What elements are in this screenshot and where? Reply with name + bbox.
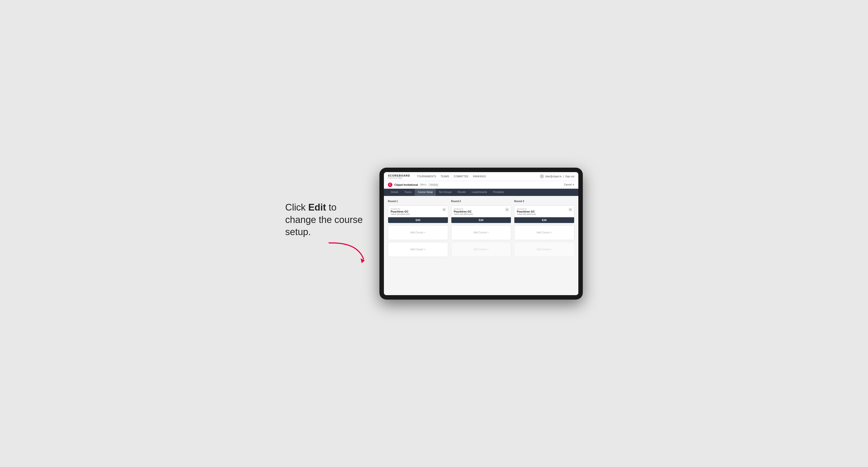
round-3-course-name: Peachtree GC (517, 210, 571, 213)
round-3-course-header: (Course A) Peachtree GC Yellow (M) (6629… (514, 206, 574, 217)
page-wrapper: Click Edit to change the course setup. S… (260, 168, 608, 300)
user-avatar (540, 174, 544, 178)
tournament-name: Clippd Invitational (394, 183, 418, 186)
round-1-course-header: (Course A) Peachtree GC Yellow (M) (6629… (388, 206, 448, 217)
round-3-add-course-label-1: Add Course + (537, 231, 552, 234)
user-email: blair@clippd.io (545, 175, 562, 178)
hosting-badge: Hosting (428, 183, 439, 187)
tab-details[interactable]: Details (388, 189, 402, 196)
round-1-course-card: (Course A) Peachtree GC Yellow (M) (6629… (388, 206, 448, 223)
round-1-add-course-1[interactable]: Add Course + (388, 225, 448, 240)
round-2-title: Round 2 (451, 200, 512, 203)
round-3-column: Round 3 (Course A) Peachtree GC Yellow (… (514, 200, 575, 257)
round-2-course-header: (Course A) Peachtree GC Yellow (M) (6629… (452, 206, 511, 217)
round-1-course-details: Yellow (M) (6629 yds) (391, 213, 445, 215)
round-1-add-course-2[interactable]: Add Course + (388, 242, 448, 257)
tournament-gender: (Men) (420, 183, 426, 186)
round-2-course-details: Yellow (M) (6629 yds) (454, 213, 509, 215)
nav-tournaments[interactable]: TOURNAMENTS (417, 175, 436, 178)
round-3-title: Round 3 (514, 200, 575, 203)
round-3-delete-button[interactable]: ⊠ (569, 208, 572, 211)
arrow-icon (325, 241, 370, 266)
round-2-add-course-2: Add Course + (451, 242, 512, 257)
tab-printables[interactable]: Printables (490, 189, 507, 196)
round-1-course-name: Peachtree GC (391, 210, 445, 213)
round-2-course-card: (Course A) Peachtree GC Yellow (M) (6629… (451, 206, 512, 223)
round-3-add-course-label-2: Add Course + (537, 248, 552, 251)
round-2-column: Round 2 (Course A) Peachtree GC Yellow (… (451, 200, 512, 257)
main-content: Round 1 (Course A) Peachtree GC Yellow (… (384, 196, 578, 295)
top-nav: SCOREBOARD Powered by clippd TOURNAMENTS… (384, 172, 578, 181)
clippd-logo: C (388, 183, 392, 187)
round-1-add-course-label-2: Add Course + (410, 248, 426, 251)
tab-teams[interactable]: Teams (402, 189, 415, 196)
logo-area: SCOREBOARD Powered by clippd (388, 174, 410, 179)
tab-tee-groups[interactable]: Tee Groups (436, 189, 455, 196)
round-2-add-course-1[interactable]: Add Course + (451, 225, 512, 240)
tab-leaderboards[interactable]: Leaderboards (469, 189, 490, 196)
sub-header: C Clippd Invitational (Men) Hosting Canc… (384, 181, 578, 189)
round-2-course-label: (Course A) (454, 208, 509, 210)
round-1-course-label: (Course A) (391, 208, 445, 210)
nav-teams[interactable]: TEAMS (441, 175, 449, 178)
round-1-add-course-label-1: Add Course + (410, 231, 426, 234)
nav-rankings[interactable]: RANKINGS (473, 175, 486, 178)
round-3-course-details: Yellow (M) (6629 yds) (517, 213, 571, 215)
round-1-column: Round 1 (Course A) Peachtree GC Yellow (… (388, 200, 448, 257)
tournament-info: C Clippd Invitational (Men) Hosting (388, 183, 439, 187)
round-2-add-course-label-1: Add Course + (473, 231, 489, 234)
round-1-edit-button[interactable]: Edit (388, 217, 448, 223)
sign-out-link[interactable]: Sign out (565, 175, 575, 178)
nav-committee[interactable]: COMMITTEE (454, 175, 468, 178)
logo-sub: Powered by clippd (388, 177, 410, 179)
nav-separator: | (563, 175, 564, 178)
round-3-edit-button[interactable]: Edit (514, 217, 574, 223)
tab-bar: Details Teams Course Setup Tee Groups Re… (384, 189, 578, 196)
round-3-course-card: (Course A) Peachtree GC Yellow (M) (6629… (514, 206, 575, 223)
round-1-title: Round 1 (388, 200, 448, 203)
tablet-screen: SCOREBOARD Powered by clippd TOURNAMENTS… (384, 172, 578, 295)
round-3-add-course-2: Add Course + (514, 242, 575, 257)
tab-results[interactable]: Results (455, 189, 469, 196)
round-2-add-course-label-2: Add Course + (473, 248, 489, 251)
round-3-course-label: (Course A) (517, 208, 571, 210)
cancel-button[interactable]: Cancel ✕ (564, 183, 575, 186)
logo-brand: SCOREBOARD (388, 174, 410, 177)
tab-course-setup[interactable]: Course Setup (415, 189, 436, 196)
round-2-course-name: Peachtree GC (454, 210, 509, 213)
nav-right: blair@clippd.io | Sign out (540, 174, 575, 178)
instruction-section: Click Edit to change the course setup. (285, 201, 370, 266)
rounds-container: Round 1 (Course A) Peachtree GC Yellow (… (388, 200, 575, 257)
round-2-delete-button[interactable]: ⊠ (505, 208, 509, 211)
round-1-delete-button[interactable]: ⊠ (442, 208, 446, 211)
tablet: SCOREBOARD Powered by clippd TOURNAMENTS… (379, 168, 583, 300)
cancel-icon: ✕ (572, 183, 575, 186)
instruction-text: Click Edit to change the course setup. (285, 201, 370, 238)
round-3-add-course-1[interactable]: Add Course + (514, 225, 575, 240)
round-2-edit-button[interactable]: Edit (452, 217, 511, 223)
nav-links: TOURNAMENTS TEAMS COMMITTEE RANKINGS (417, 175, 535, 178)
